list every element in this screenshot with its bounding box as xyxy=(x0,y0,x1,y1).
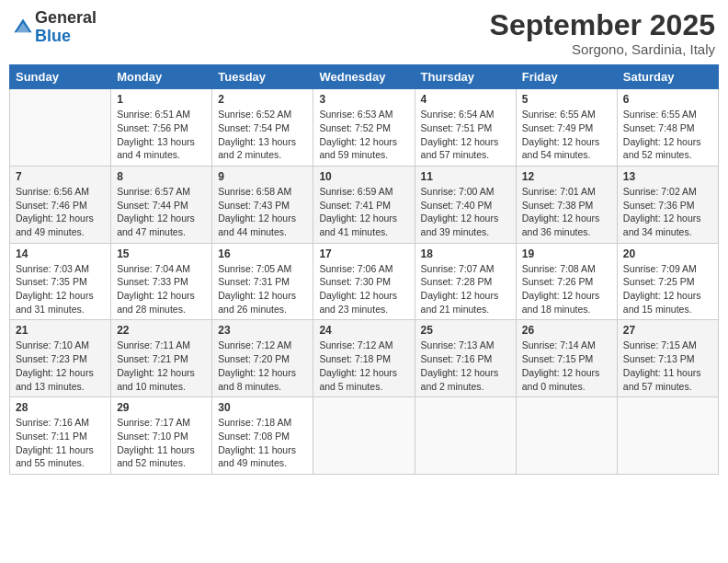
calendar-cell: 3Sunrise: 6:53 AMSunset: 7:52 PMDaylight… xyxy=(313,89,415,167)
day-info: Sunrise: 7:18 AMSunset: 7:08 PMDaylight:… xyxy=(218,416,307,470)
calendar-cell: 26Sunrise: 7:14 AMSunset: 7:15 PMDayligh… xyxy=(516,320,617,397)
day-info: Sunrise: 7:02 AMSunset: 7:36 PMDaylight:… xyxy=(623,185,712,239)
day-info: Sunrise: 6:59 AMSunset: 7:41 PMDaylight:… xyxy=(319,185,408,239)
calendar-cell xyxy=(617,397,718,475)
day-number: 27 xyxy=(623,324,712,337)
calendar-table: SundayMondayTuesdayWednesdayThursdayFrid… xyxy=(9,64,719,475)
calendar-cell: 2Sunrise: 6:52 AMSunset: 7:54 PMDaylight… xyxy=(212,89,313,167)
day-info: Sunrise: 6:55 AMSunset: 7:49 PMDaylight:… xyxy=(522,108,611,162)
calendar-cell: 14Sunrise: 7:03 AMSunset: 7:35 PMDayligh… xyxy=(10,243,111,320)
calendar-cell: 12Sunrise: 7:01 AMSunset: 7:38 PMDayligh… xyxy=(516,166,617,243)
day-info: Sunrise: 7:01 AMSunset: 7:38 PMDaylight:… xyxy=(522,185,611,239)
logo-text: General Blue xyxy=(35,9,97,46)
calendar-cell: 20Sunrise: 7:09 AMSunset: 7:25 PMDayligh… xyxy=(617,243,718,320)
day-number: 18 xyxy=(421,247,510,260)
calendar-cell: 4Sunrise: 6:54 AMSunset: 7:51 PMDaylight… xyxy=(415,89,516,167)
day-number: 23 xyxy=(218,324,307,337)
day-info: Sunrise: 7:09 AMSunset: 7:25 PMDaylight:… xyxy=(623,262,712,316)
day-info: Sunrise: 6:52 AMSunset: 7:54 PMDaylight:… xyxy=(218,108,307,162)
calendar-row: 1Sunrise: 6:51 AMSunset: 7:56 PMDaylight… xyxy=(10,89,719,167)
day-info: Sunrise: 7:10 AMSunset: 7:23 PMDaylight:… xyxy=(16,339,105,393)
day-info: Sunrise: 7:15 AMSunset: 7:13 PMDaylight:… xyxy=(623,339,712,393)
day-number: 11 xyxy=(421,170,510,183)
day-number: 25 xyxy=(421,324,510,337)
calendar-cell: 15Sunrise: 7:04 AMSunset: 7:33 PMDayligh… xyxy=(111,243,212,320)
day-number: 29 xyxy=(117,401,206,414)
day-number: 1 xyxy=(117,93,206,106)
day-number: 2 xyxy=(218,93,307,106)
calendar-cell xyxy=(516,397,617,475)
day-info: Sunrise: 7:12 AMSunset: 7:20 PMDaylight:… xyxy=(218,339,307,393)
day-number: 16 xyxy=(218,247,307,260)
day-number: 30 xyxy=(218,401,307,414)
logo-general: General xyxy=(35,8,97,27)
day-info: Sunrise: 6:55 AMSunset: 7:48 PMDaylight:… xyxy=(623,108,712,162)
day-header-monday: Monday xyxy=(111,65,212,89)
day-info: Sunrise: 7:05 AMSunset: 7:31 PMDaylight:… xyxy=(218,262,307,316)
calendar-cell: 28Sunrise: 7:16 AMSunset: 7:11 PMDayligh… xyxy=(10,397,111,475)
day-info: Sunrise: 7:16 AMSunset: 7:11 PMDaylight:… xyxy=(16,416,105,470)
day-number: 28 xyxy=(16,401,105,414)
day-number: 14 xyxy=(16,247,105,260)
calendar-cell xyxy=(415,397,516,475)
day-info: Sunrise: 7:14 AMSunset: 7:15 PMDaylight:… xyxy=(522,339,611,393)
day-header-saturday: Saturday xyxy=(617,65,718,89)
calendar-header-row: SundayMondayTuesdayWednesdayThursdayFrid… xyxy=(10,65,719,89)
calendar-cell: 25Sunrise: 7:13 AMSunset: 7:16 PMDayligh… xyxy=(415,320,516,397)
calendar-cell xyxy=(10,89,111,167)
day-info: Sunrise: 7:08 AMSunset: 7:26 PMDaylight:… xyxy=(522,262,611,316)
day-number: 21 xyxy=(16,324,105,337)
calendar-cell: 24Sunrise: 7:12 AMSunset: 7:18 PMDayligh… xyxy=(313,320,415,397)
day-info: Sunrise: 6:53 AMSunset: 7:52 PMDaylight:… xyxy=(319,108,408,162)
calendar-cell: 27Sunrise: 7:15 AMSunset: 7:13 PMDayligh… xyxy=(617,320,718,397)
day-info: Sunrise: 6:54 AMSunset: 7:51 PMDaylight:… xyxy=(421,108,510,162)
day-info: Sunrise: 7:07 AMSunset: 7:28 PMDaylight:… xyxy=(421,262,510,316)
day-header-sunday: Sunday xyxy=(10,65,111,89)
day-info: Sunrise: 6:51 AMSunset: 7:56 PMDaylight:… xyxy=(117,108,206,162)
day-number: 3 xyxy=(319,93,408,106)
day-number: 24 xyxy=(319,324,408,337)
calendar-cell: 17Sunrise: 7:06 AMSunset: 7:30 PMDayligh… xyxy=(313,243,415,320)
calendar-cell xyxy=(313,397,415,475)
day-number: 10 xyxy=(319,170,408,183)
day-number: 6 xyxy=(623,93,712,106)
calendar-cell: 18Sunrise: 7:07 AMSunset: 7:28 PMDayligh… xyxy=(415,243,516,320)
day-info: Sunrise: 7:06 AMSunset: 7:30 PMDaylight:… xyxy=(319,262,408,316)
calendar-cell: 30Sunrise: 7:18 AMSunset: 7:08 PMDayligh… xyxy=(212,397,313,475)
day-number: 4 xyxy=(421,93,510,106)
day-info: Sunrise: 7:03 AMSunset: 7:35 PMDaylight:… xyxy=(16,262,105,316)
day-info: Sunrise: 7:04 AMSunset: 7:33 PMDaylight:… xyxy=(117,262,206,316)
day-info: Sunrise: 7:17 AMSunset: 7:10 PMDaylight:… xyxy=(117,416,206,470)
calendar-cell: 23Sunrise: 7:12 AMSunset: 7:20 PMDayligh… xyxy=(212,320,313,397)
month-title: September 2025 xyxy=(490,9,715,41)
day-number: 19 xyxy=(522,247,611,260)
calendar-cell: 9Sunrise: 6:58 AMSunset: 7:43 PMDaylight… xyxy=(212,166,313,243)
logo-icon xyxy=(13,17,33,38)
calendar-cell: 19Sunrise: 7:08 AMSunset: 7:26 PMDayligh… xyxy=(516,243,617,320)
calendar-cell: 11Sunrise: 7:00 AMSunset: 7:40 PMDayligh… xyxy=(415,166,516,243)
day-number: 26 xyxy=(522,324,611,337)
calendar-cell: 8Sunrise: 6:57 AMSunset: 7:44 PMDaylight… xyxy=(111,166,212,243)
day-header-friday: Friday xyxy=(516,65,617,89)
day-info: Sunrise: 7:00 AMSunset: 7:40 PMDaylight:… xyxy=(421,185,510,239)
calendar-row: 14Sunrise: 7:03 AMSunset: 7:35 PMDayligh… xyxy=(10,243,719,320)
day-number: 22 xyxy=(117,324,206,337)
calendar-row: 21Sunrise: 7:10 AMSunset: 7:23 PMDayligh… xyxy=(10,320,719,397)
day-header-thursday: Thursday xyxy=(415,65,516,89)
day-number: 8 xyxy=(117,170,206,183)
day-info: Sunrise: 7:12 AMSunset: 7:18 PMDaylight:… xyxy=(319,339,408,393)
calendar-cell: 10Sunrise: 6:59 AMSunset: 7:41 PMDayligh… xyxy=(313,166,415,243)
calendar-cell: 29Sunrise: 7:17 AMSunset: 7:10 PMDayligh… xyxy=(111,397,212,475)
day-info: Sunrise: 7:11 AMSunset: 7:21 PMDaylight:… xyxy=(117,339,206,393)
day-number: 20 xyxy=(623,247,712,260)
day-number: 5 xyxy=(522,93,611,106)
calendar-cell: 5Sunrise: 6:55 AMSunset: 7:49 PMDaylight… xyxy=(516,89,617,167)
calendar-row: 7Sunrise: 6:56 AMSunset: 7:46 PMDaylight… xyxy=(10,166,719,243)
calendar-cell: 16Sunrise: 7:05 AMSunset: 7:31 PMDayligh… xyxy=(212,243,313,320)
day-info: Sunrise: 6:57 AMSunset: 7:44 PMDaylight:… xyxy=(117,185,206,239)
calendar-cell: 21Sunrise: 7:10 AMSunset: 7:23 PMDayligh… xyxy=(10,320,111,397)
calendar-cell: 6Sunrise: 6:55 AMSunset: 7:48 PMDaylight… xyxy=(617,89,718,167)
day-info: Sunrise: 6:56 AMSunset: 7:46 PMDaylight:… xyxy=(16,185,105,239)
day-header-wednesday: Wednesday xyxy=(313,65,415,89)
day-number: 12 xyxy=(522,170,611,183)
